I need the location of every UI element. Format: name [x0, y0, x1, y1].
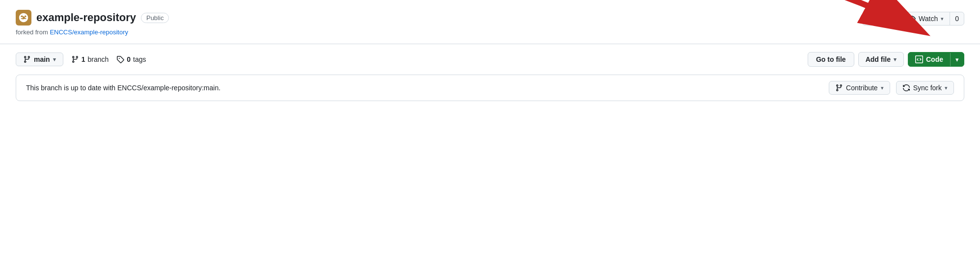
branch-count-icon [71, 55, 79, 63]
contribute-icon [835, 84, 843, 92]
go-to-file-label: Go to file [816, 55, 846, 63]
repo-header-left: example-repository Public forked from EN… [16, 10, 169, 36]
code-dropdown-chevron-icon: ▾ [955, 56, 959, 63]
tags-count-number: 0 [127, 55, 131, 63]
repo-header-right: Pin Watch ▾ 0 [862, 10, 964, 26]
branch-label: branch [87, 55, 109, 63]
watch-label-area[interactable]: Watch ▾ [902, 12, 950, 25]
branch-selector[interactable]: main ▾ [16, 52, 63, 66]
watch-text: Watch [919, 15, 938, 23]
eye-icon [908, 15, 916, 23]
info-banner: This branch is up to date with ENCCS/exa… [16, 75, 964, 101]
watch-button[interactable]: Watch ▾ 0 [901, 12, 964, 26]
toolbar-left: main ▾ 1 branch 0 tags [16, 52, 146, 66]
add-file-label: Add file [866, 55, 891, 63]
tag-icon [116, 55, 124, 63]
org-icon [18, 12, 29, 23]
sync-icon [902, 84, 910, 92]
repo-name: example-repository [36, 11, 136, 24]
contribute-chevron-icon: ▾ [881, 85, 884, 91]
branch-count-number: 1 [82, 55, 85, 63]
code-label: Code [926, 55, 943, 63]
branch-icon [23, 55, 31, 63]
sync-fork-label: Sync fork [913, 84, 942, 92]
repo-toolbar: main ▾ 1 branch 0 tags [0, 44, 980, 75]
fork-source-link[interactable]: ENCCS/example-repository [50, 28, 128, 36]
svg-rect-2 [21, 18, 27, 19]
sync-fork-chevron-icon: ▾ [945, 85, 948, 91]
branch-chevron-icon: ▾ [53, 56, 56, 63]
svg-point-1 [25, 15, 27, 17]
toolbar-right: Go to file Add file ▾ Code ▾ [808, 52, 964, 67]
code-dropdown-button[interactable]: ▾ [950, 53, 964, 66]
branch-count-link[interactable]: 1 branch [71, 55, 109, 63]
contribute-button[interactable]: Contribute ▾ [829, 81, 890, 95]
code-button-wrapper[interactable]: Code ▾ [908, 52, 964, 67]
branch-name: main [34, 55, 50, 63]
tags-label: tags [133, 55, 146, 63]
fork-source: forked from ENCCS/example-repository [16, 28, 169, 36]
add-file-button[interactable]: Add file ▾ [858, 52, 904, 67]
visibility-badge: Public [141, 13, 169, 23]
watch-count[interactable]: 0 [950, 12, 964, 25]
go-to-file-button[interactable]: Go to file [808, 52, 854, 67]
tags-count-link[interactable]: 0 tags [116, 55, 146, 63]
banner-actions: Contribute ▾ Sync fork ▾ [829, 81, 954, 95]
banner-text: This branch is up to date with ENCCS/exa… [26, 84, 220, 92]
add-file-chevron-icon: ▾ [894, 56, 897, 63]
repo-header: example-repository Public forked from EN… [0, 0, 980, 44]
pin-icon [870, 15, 877, 23]
code-icon [915, 55, 923, 63]
repo-title-row: example-repository Public [16, 10, 169, 26]
svg-point-0 [21, 15, 23, 17]
watch-chevron-icon: ▾ [941, 16, 944, 22]
fork-source-label: forked from [16, 28, 48, 36]
repo-avatar [16, 10, 31, 26]
contribute-label: Contribute [846, 84, 878, 92]
sync-fork-button[interactable]: Sync fork ▾ [896, 81, 954, 95]
code-button[interactable]: Code [908, 52, 950, 66]
pin-button[interactable]: Pin [862, 12, 898, 26]
pin-label: Pin [880, 15, 890, 23]
